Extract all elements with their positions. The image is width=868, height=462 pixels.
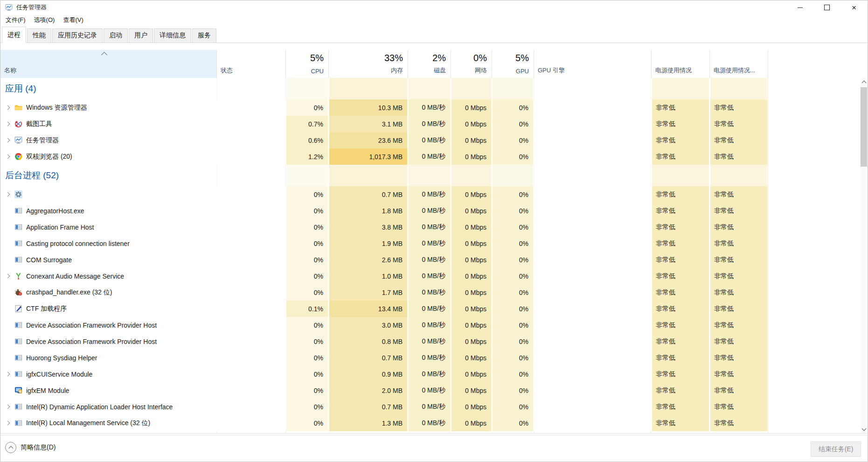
power-cell: 非常低	[651, 116, 709, 132]
column-header-power[interactable]: 电源使用情况	[651, 50, 709, 78]
cpu-cell: 0%	[285, 333, 328, 350]
expand-chevron-icon[interactable]	[6, 154, 10, 159]
process-row[interactable]: COM Surrogate0%2.6 MB0 MB/秒0 Mbps0%非常低非常…	[0, 252, 861, 268]
column-label: 磁盘	[434, 66, 446, 75]
process-row[interactable]: Conexant Audio Message Service0%1.0 MB0 …	[0, 268, 861, 284]
expand-chevron-icon[interactable]	[6, 105, 10, 110]
net-cell	[451, 78, 492, 99]
tab-item[interactable]: 应用历史记录	[52, 28, 103, 42]
column-header-power2[interactable]: 电源使用情况...	[709, 50, 768, 78]
minimize-button[interactable]	[786, 0, 813, 14]
menu-item[interactable]: 选项(O)	[30, 14, 59, 26]
tab-item[interactable]: 进程	[2, 27, 26, 43]
expand-chevron-icon[interactable]	[6, 274, 10, 279]
column-header-mem[interactable]: 33%内存	[328, 50, 408, 78]
mem-cell: 1.7 MB	[328, 284, 408, 301]
process-name: Intel(R) Dynamic Application Loader Host…	[26, 403, 173, 411]
status-cell	[216, 415, 285, 431]
tab-item[interactable]: 性能	[27, 28, 51, 42]
process-name: 任务管理器	[26, 136, 59, 145]
cpu-cell: 0%	[285, 235, 328, 252]
gpueng-cell	[534, 148, 651, 165]
vertical-scrollbar[interactable]	[860, 78, 868, 433]
scroll-up-button[interactable]	[860, 78, 868, 86]
power2-cell: 非常低	[709, 148, 768, 165]
column-label: 电源使用情况...	[714, 66, 755, 75]
tab-item[interactable]: 启动	[104, 28, 128, 42]
disk-cell	[408, 78, 451, 99]
process-row[interactable]: igfxEM Module0%2.0 MB0 MB/秒0 Mbps0%非常低非常…	[0, 382, 861, 399]
group-header-row[interactable]: 后台进程 (52)	[0, 165, 861, 186]
gpu-cell: 0%	[492, 99, 534, 116]
expand-chevron-icon[interactable]	[6, 138, 10, 143]
expand-chevron-icon[interactable]	[6, 122, 10, 126]
tab-item[interactable]: 服务	[192, 28, 216, 42]
power2-cell: 非常低	[709, 186, 768, 203]
expand-chevron-icon[interactable]	[6, 421, 10, 426]
window-icon	[14, 403, 22, 411]
window-icon	[14, 256, 22, 264]
process-row[interactable]: AggregatorHost.exe0%1.8 MB0 MB/秒0 Mbps0%…	[0, 203, 861, 219]
gpueng-cell	[534, 284, 651, 301]
column-header-status[interactable]: 状态	[216, 50, 285, 78]
net-cell: 0 Mbps	[451, 132, 492, 148]
column-header-filler	[768, 50, 861, 78]
window-icon	[14, 354, 22, 362]
menu-item[interactable]: 查看(V)	[59, 14, 87, 26]
tab-item[interactable]: 用户	[129, 28, 153, 42]
column-header-gpueng[interactable]: GPU 引擎	[534, 50, 651, 78]
process-row[interactable]: 双核浏览器 (20)1.2%1,017.3 MB0 MB/秒0 Mbps0%非常…	[0, 148, 861, 165]
process-row[interactable]: CTF 加载程序0.1%13.4 MB0 MB/秒0 Mbps0%非常低非常低	[0, 301, 861, 317]
gpu-cell: 0%	[492, 148, 534, 165]
column-header-cpu[interactable]: 5%CPU	[285, 50, 328, 78]
process-row[interactable]: Casting protocol connection listener0%1.…	[0, 235, 861, 252]
gpueng-cell	[534, 186, 651, 203]
expand-chevron-icon[interactable]	[6, 372, 10, 377]
expand-chevron-icon[interactable]	[6, 405, 10, 409]
expand-chevron-icon[interactable]	[6, 192, 10, 197]
process-row[interactable]: Intel(R) Dynamic Application Loader Host…	[0, 399, 861, 415]
scroll-thumb[interactable]	[861, 87, 867, 167]
group-header-row[interactable]: 应用 (4)	[0, 78, 861, 99]
column-header-disk[interactable]: 2%磁盘	[408, 50, 451, 78]
disk-cell: 0 MB/秒	[408, 148, 451, 165]
mem-cell: 0.7 MB	[328, 399, 408, 415]
process-row[interactable]: Application Frame Host0%3.8 MB0 MB/秒0 Mb…	[0, 219, 861, 235]
end-task-button[interactable]: 结束任务(E)	[811, 441, 861, 457]
window-icon	[14, 337, 22, 345]
process-row[interactable]: Huorong Sysdiag Helper0%0.7 MB0 MB/秒0 Mb…	[0, 350, 861, 366]
minimize-icon	[798, 7, 803, 8]
disk-cell: 0 MB/秒	[408, 252, 451, 268]
net-cell: 0 Mbps	[451, 382, 492, 399]
process-row[interactable]: 任务管理器0.6%23.6 MB0 MB/秒0 Mbps0%非常低非常低	[0, 132, 861, 148]
close-button[interactable]: ×	[840, 0, 868, 14]
gpueng-cell	[534, 301, 651, 317]
process-row[interactable]: Windows 资源管理器0%10.3 MB0 MB/秒0 Mbps0%非常低非…	[0, 99, 861, 116]
process-name: Device Association Framework Provider Ho…	[26, 322, 157, 329]
status-cell	[216, 203, 285, 219]
process-row[interactable]: 0%0.7 MB0 MB/秒0 Mbps0%非常低非常低	[0, 186, 861, 203]
process-name-cell: AggregatorHost.exe	[0, 203, 216, 219]
tab-bar: 进程性能应用历史记录启动用户详细信息服务	[0, 25, 868, 43]
process-row[interactable]: Device Association Framework Provider Ho…	[0, 333, 861, 350]
scroll-down-button[interactable]	[860, 425, 868, 433]
process-row[interactable]: igfxCUIService Module0%0.9 MB0 MB/秒0 Mbp…	[0, 366, 861, 382]
column-header-net[interactable]: 0%网络	[451, 50, 492, 78]
process-name-cell: crashpad_handler.exe (32 位)	[0, 284, 216, 301]
process-name: 截图工具	[26, 120, 52, 128]
process-row[interactable]: crashpad_handler.exe (32 位)0%1.7 MB0 MB/…	[0, 284, 861, 301]
process-row[interactable]: 截图工具0.7%3.1 MB0 MB/秒0 Mbps0%非常低非常低	[0, 116, 861, 132]
process-name: AggregatorHost.exe	[26, 207, 84, 215]
tab-item[interactable]: 详细信息	[154, 28, 191, 42]
task-manager-icon[interactable]	[5, 4, 13, 11]
power2-cell: 非常低	[709, 116, 768, 132]
details-toggle[interactable]: 简略信息(D)	[5, 442, 56, 453]
gpu-cell: 0%	[492, 317, 534, 333]
process-row[interactable]: Device Association Framework Provider Ho…	[0, 317, 861, 333]
maximize-button[interactable]	[813, 0, 840, 14]
process-row[interactable]: Intel(R) Local Management Service (32 位)…	[0, 415, 861, 431]
column-header-gpu[interactable]: 5%GPU	[492, 50, 534, 78]
menu-item[interactable]: 文件(F)	[1, 14, 30, 26]
column-header-name[interactable]: 名称	[0, 50, 216, 78]
process-name-cell: Device Association Framework Provider Ho…	[0, 333, 216, 350]
